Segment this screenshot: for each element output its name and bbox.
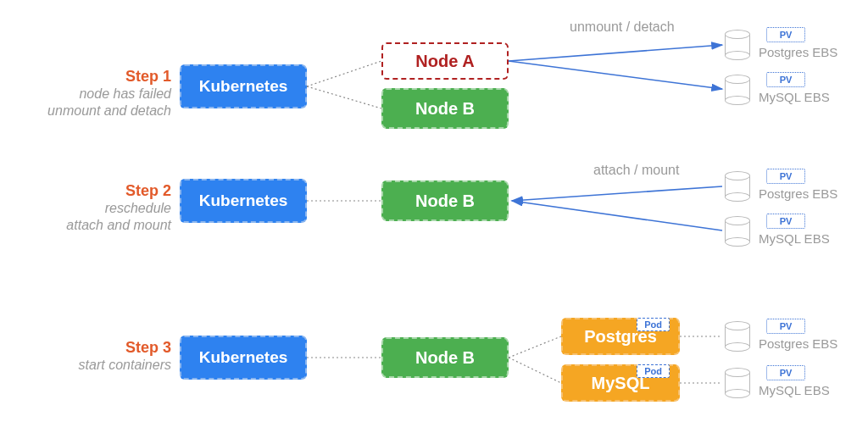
svg-line-1 [307,86,381,108]
step2-node-b: Node B [381,180,509,221]
pv-tag: PV [766,365,805,380]
db-icon [725,368,750,398]
svg-line-3 [509,61,722,89]
svg-line-8 [509,336,561,358]
step1-kubernetes: Kubernetes [180,64,307,108]
svg-line-5 [512,186,722,201]
step3-subtitle: start containers [2,357,171,374]
step2-action: attach / mount [593,163,679,178]
step1-subtitle: node has failed unmount and detach [2,86,171,119]
svg-line-6 [512,201,722,230]
postgres-ebs-label: Postgres EBS [759,45,837,59]
step1-caption: Step 1 node has failed unmount and detac… [2,68,171,119]
pod-tag: Pod [637,318,670,331]
pv-tag: PV [766,214,805,229]
diagram: Step 1 node has failed unmount and detac… [0,0,868,444]
pod-tag: Pod [637,364,670,378]
step3-kubernetes: Kubernetes [180,336,307,380]
pv-tag: PV [766,169,805,184]
step1-action: unmount / detach [570,19,675,35]
db-icon [725,321,750,352]
mysql-ebs-label: MySQL EBS [759,383,830,397]
step2-title: Step 2 [2,182,171,200]
pv-tag: PV [766,72,805,87]
step2-kubernetes: Kubernetes [180,179,307,223]
mysql-ebs-label: MySQL EBS [759,90,830,104]
step1-node-a: Node A [381,42,509,80]
postgres-ebs-label: Postgres EBS [759,186,837,201]
svg-line-2 [509,45,722,61]
step3-caption: Step 3 start containers [2,339,171,374]
step1-node-b: Node B [381,88,509,129]
pv-tag: PV [766,27,805,42]
db-icon [725,30,750,60]
mysql-ebs-label: MySQL EBS [759,231,830,246]
postgres-pod: Postgres Pod [561,318,680,355]
db-icon [725,75,750,105]
step3-title: Step 3 [2,339,171,357]
postgres-ebs-label: Postgres EBS [759,336,837,351]
step3-node-b: Node B [381,337,509,378]
db-icon [725,171,750,202]
svg-line-0 [307,61,381,86]
step1-title: Step 1 [2,68,171,86]
mysql-pod: MySQL Pod [561,364,680,402]
svg-line-9 [509,358,561,383]
db-icon [725,216,750,247]
pv-tag: PV [766,319,805,334]
step2-subtitle: reschedule attach and mount [2,200,171,234]
step2-caption: Step 2 reschedule attach and mount [2,182,171,234]
